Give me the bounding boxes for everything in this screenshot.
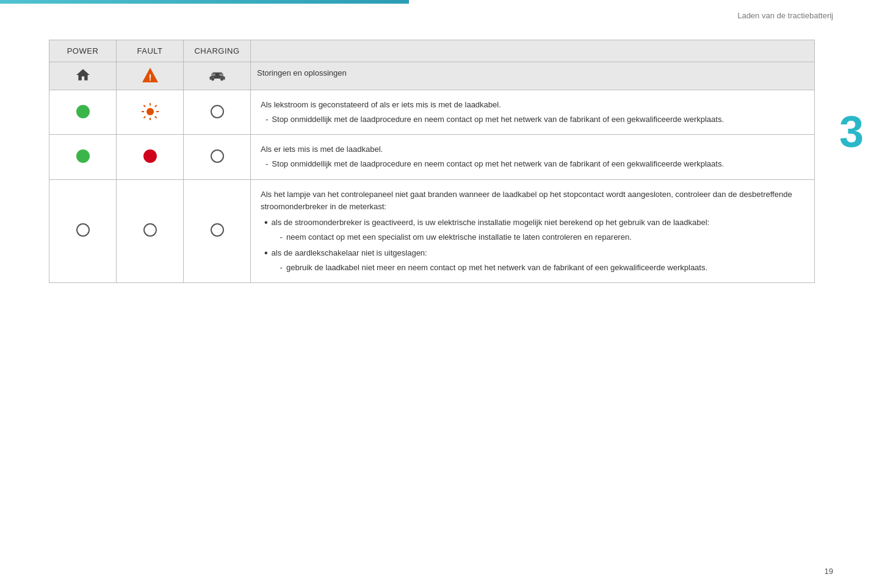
svg-point-14 (146, 108, 154, 115)
svg-point-4 (211, 77, 214, 81)
green-circle-icon-2 (76, 149, 90, 163)
table-row-1: Als lekstroom is geconstateerd of als er… (49, 90, 815, 135)
charging-icon-cell-2 (184, 135, 251, 179)
charging-icon-cell-header (184, 62, 251, 90)
sub-dash-symbol-2: - (280, 262, 283, 274)
sub-dash-text-2: gebruik de laadkabel niet meer en neem c… (286, 262, 707, 274)
bullet-2-text: als de aardlekschakelaar niet is uitgesl… (272, 248, 427, 257)
page-title: Laden van de tractiebatterij (737, 11, 833, 20)
desc-cell-3: Als het lampje van het controlepaneel ni… (251, 179, 815, 283)
fault-icon-cell-2 (117, 135, 184, 179)
desc-cell-1: Als lekstroom is geconstateerd of als er… (251, 90, 815, 135)
row3-desc-main: Als het lampje van het controlepaneel ni… (261, 188, 804, 213)
table-row-header-icons: ! Storingen en oplossingen (49, 62, 815, 90)
charging-icon-cell-1 (184, 90, 251, 135)
bullet-1-text: als de stroomonderbreker is geactiveerd,… (272, 218, 710, 227)
fault-label: FAULT (137, 46, 163, 56)
table-row-3: Als het lampje van het controlepaneel ni… (49, 179, 815, 283)
row2-desc-main: Als er iets mis is met de laadkabel. (261, 143, 804, 156)
bullet-1-sub-dash: - neem contact op met een specialist om … (280, 231, 710, 243)
col-fault-header: FAULT (117, 40, 184, 62)
row2-desc-dash: - Stop onmiddellijk met de laadprocedure… (266, 158, 804, 170)
svg-line-13 (143, 116, 145, 118)
bullet-symbol-1: • (264, 217, 268, 229)
fault-icon-cell-header: ! (117, 62, 184, 90)
row1-desc-main: Als lekstroom is geconstateerd of als er… (261, 99, 804, 111)
sub-dash-text-1: neem contact op met een specialist om uw… (286, 231, 632, 243)
bullet-1-content: als de stroomonderbreker is geactiveerd,… (272, 217, 710, 243)
bullet-2-sub-dash: - gebruik de laadkabel niet meer en neem… (280, 262, 707, 274)
dash-text-1: Stop onmiddellijk met de laadprocedure e… (272, 113, 724, 126)
dash-symbol-1: - (266, 113, 268, 126)
svg-line-11 (154, 116, 156, 118)
bullet-2-content: als de aardlekschakelaar niet is uitgesl… (272, 247, 707, 274)
empty-circle-icon-charging-3 (211, 223, 224, 237)
col-charging-header: CHARGING (184, 40, 251, 62)
page-header: Laden van de tractiebatterij (737, 11, 833, 20)
warning-triangle-icon: ! (142, 67, 159, 85)
fault-icon-cell-3 (117, 179, 184, 283)
desc-cell-2: Als er iets mis is met de laadkabel. - S… (251, 135, 815, 179)
svg-point-5 (220, 77, 223, 81)
svg-rect-2 (211, 74, 215, 76)
sun-blink-icon (141, 102, 159, 123)
car-icon (208, 74, 226, 84)
green-circle-icon (76, 105, 90, 118)
chapter-number: 3 (839, 110, 864, 154)
row3-bullet-1: • als de stroomonderbreker is geactiveer… (264, 217, 804, 243)
empty-circle-icon-fault-3 (143, 223, 157, 237)
status-table: POWER FAULT CHARGING (49, 40, 815, 283)
table-row-2: Als er iets mis is met de laadkabel. - S… (49, 135, 815, 179)
empty-circle-icon-power-3 (76, 223, 90, 237)
power-icon-cell-header (49, 62, 117, 90)
bullet-symbol-2: • (264, 247, 268, 260)
table-header-labels: POWER FAULT CHARGING (49, 40, 815, 62)
charging-label: CHARGING (194, 46, 239, 56)
charging-icon-cell-3 (184, 179, 251, 283)
power-icon-cell-1 (49, 90, 117, 135)
desc-cell-header: Storingen en oplossingen (251, 62, 815, 90)
header-desc-text: Storingen en oplossingen (257, 68, 347, 77)
svg-line-12 (154, 105, 156, 107)
power-icon-cell-2 (49, 135, 117, 179)
svg-text:!: ! (148, 73, 151, 82)
sub-dash-symbol-1: - (280, 231, 283, 243)
svg-line-10 (143, 105, 145, 107)
empty-circle-icon-2 (211, 149, 224, 163)
row3-bullet-2: • als de aardlekschakelaar niet is uitge… (264, 247, 804, 274)
row1-desc-dash: - Stop onmiddellijk met de laadprocedure… (266, 113, 804, 126)
accent-bar (0, 0, 409, 4)
power-icon-cell-3 (49, 179, 117, 283)
red-circle-icon (143, 149, 157, 163)
dash-text-2: Stop onmiddellijk met de laadprocedure e… (272, 158, 724, 170)
page-number: 19 (825, 567, 833, 576)
main-table-wrapper: POWER FAULT CHARGING (49, 40, 815, 283)
power-label: POWER (67, 46, 99, 56)
empty-circle-icon-1 (211, 105, 224, 118)
col-power-header: POWER (49, 40, 117, 62)
svg-rect-3 (219, 74, 223, 76)
dash-symbol-2: - (266, 158, 268, 170)
col-desc-header (251, 40, 815, 62)
fault-icon-cell-1 (117, 90, 184, 135)
house-icon (75, 76, 91, 85)
